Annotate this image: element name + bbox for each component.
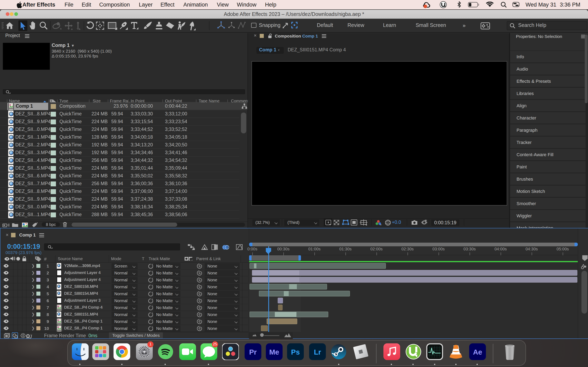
svg-text:Ps: Ps	[291, 348, 300, 356]
svg-text:Lr: Lr	[314, 348, 321, 356]
svg-text:Me: Me	[269, 348, 279, 356]
svg-text:Pr: Pr	[249, 348, 257, 356]
svg-text:Ae: Ae	[473, 348, 482, 356]
